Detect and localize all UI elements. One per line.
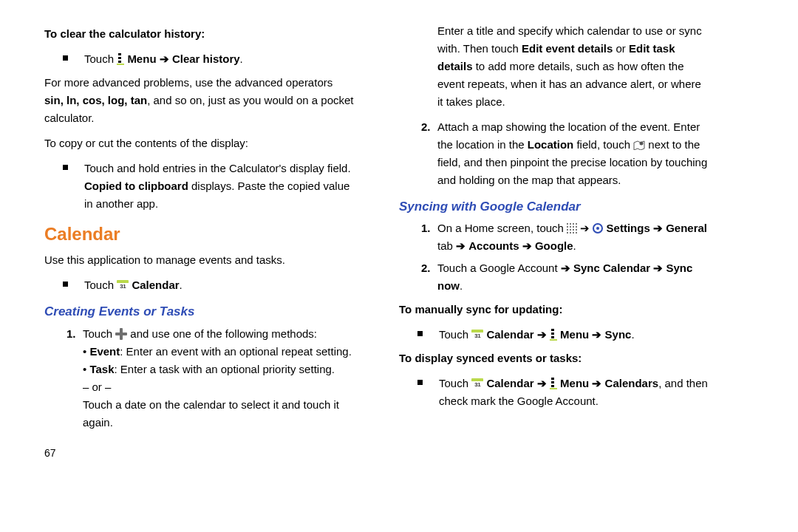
bullet-square-icon: [417, 380, 423, 385]
arrow-icon: ➔: [653, 222, 666, 234]
text: .: [631, 328, 634, 341]
creating-list: 1. Touch and use one of the following me…: [66, 325, 355, 432]
arrow-icon: ➔: [537, 328, 550, 341]
arrow-icon: ➔: [592, 328, 604, 341]
apps-grid-icon: [567, 223, 577, 233]
sync-label: Sync: [605, 328, 632, 341]
calendar-icon: [471, 330, 483, 340]
svg-point-0: [640, 142, 644, 146]
step-body: Touch and use one of the following metho…: [83, 325, 355, 432]
sub-bullet-event: • Event: Enter an event with an optional…: [83, 343, 355, 361]
list-item: 1. Touch and use one of the following me…: [66, 325, 355, 432]
menu-icon: [117, 53, 124, 65]
text: Touch and use one of the following metho…: [83, 325, 355, 343]
display-synced-step: Touch Calendar ➔ Menu ➔ Calendars, and t…: [417, 375, 709, 410]
text: Touch: [439, 377, 471, 389]
copied-label: Copied to clipboard: [84, 180, 188, 192]
text: : Enter a task with an optional priority…: [115, 363, 335, 375]
manual-sync-heading: To manually sync for updating:: [399, 301, 709, 318]
operators-list: sin, ln, cos, log, tan: [44, 94, 147, 106]
sync-calendar-label: Sync Calendar: [573, 262, 650, 274]
event-label: Event: [89, 345, 120, 358]
text: Touch: [84, 52, 117, 65]
sync-list: 1. On a Home screen, touch ➔ Settings ➔ …: [421, 219, 709, 295]
text: and use one of the following methods:: [127, 327, 317, 340]
menu-icon: [550, 378, 557, 389]
text: Copied to clipboard displays. Paste the …: [84, 177, 355, 213]
arrow-icon: ➔: [592, 377, 604, 389]
google-label: Google: [535, 239, 573, 252]
calendar-label: Calendar: [486, 328, 533, 341]
calendar-label: Calendar: [132, 279, 179, 291]
text: field, touch: [573, 138, 633, 151]
step-body: Attach a map showing the location of the…: [437, 118, 709, 189]
alternative-method: Touch a date on the calendar to select i…: [83, 396, 355, 432]
page-number: 67: [44, 445, 355, 461]
text: .: [240, 52, 243, 65]
text: .: [460, 279, 463, 292]
task-label: Task: [89, 363, 114, 375]
bullet-square-icon: [63, 55, 68, 61]
text: tab: [437, 239, 456, 252]
menu-label: Menu: [560, 328, 589, 341]
event-step-2: 2. Attach a map showing the location of …: [421, 118, 709, 189]
step-number: 2.: [421, 259, 437, 277]
arrow-icon: ➔: [519, 239, 535, 252]
text: Touch: [83, 327, 115, 340]
menu-icon: [550, 329, 557, 341]
left-column: To clear the calculator history: Touch M…: [44, 22, 355, 461]
clear-history-body: Touch Menu ➔ Clear history.: [84, 50, 355, 68]
calendar-intro: Use this application to manage events an…: [44, 251, 355, 269]
calendars-label: Calendars: [605, 377, 659, 389]
text: .: [180, 279, 183, 291]
clear-history-label: Clear history: [172, 52, 240, 65]
arrow-icon: ➔: [650, 262, 666, 274]
touch-calendar-step: Touch Calendar.: [63, 276, 355, 294]
or-divider: – or –: [83, 378, 355, 396]
arrow-icon: ➔: [580, 222, 593, 234]
text: Touch and hold entries in the Calculator…: [84, 160, 355, 177]
plus-icon: [115, 328, 127, 340]
advanced-operators-text: For more advanced problems, use the adva…: [44, 74, 355, 127]
clear-history-heading: To clear the calculator history:: [44, 25, 355, 43]
creating-heading: Creating Events or Tasks: [44, 301, 355, 321]
calendar-icon: [471, 378, 483, 389]
calendar-icon: [117, 280, 129, 290]
text: Touch a Google Account: [437, 262, 561, 274]
calendar-label: Calendar: [486, 377, 533, 389]
touch-calendar-body: Touch Calendar.: [84, 276, 355, 294]
map-pin-icon: [633, 140, 645, 150]
clear-history-step: Touch Menu ➔ Clear history.: [63, 50, 355, 68]
display-synced-body: Touch Calendar ➔ Menu ➔ Calendars, and t…: [439, 375, 709, 410]
text: or: [613, 42, 629, 55]
manual-sync-step: Touch Calendar ➔ Menu ➔ Sync.: [417, 326, 709, 344]
menu-label: Menu: [127, 52, 156, 65]
text: Touch: [439, 328, 471, 341]
step-body: On a Home screen, touch ➔ Settings ➔ Gen…: [437, 219, 709, 255]
calendar-heading: Calendar: [44, 220, 355, 248]
arrow-icon: ➔: [456, 239, 468, 252]
bullet-square-icon: [63, 165, 68, 170]
arrow-icon: ➔: [160, 52, 172, 65]
list-item: 2. Attach a map showing the location of …: [421, 118, 709, 189]
manual-sync-body: Touch Calendar ➔ Menu ➔ Sync.: [439, 326, 709, 344]
right-column: Enter a title and specify which calendar…: [399, 22, 709, 461]
copy-cut-intro: To copy or cut the contents of the displ…: [44, 134, 355, 152]
text: .: [573, 239, 576, 252]
text: Touch: [84, 279, 117, 291]
copy-step-body: Touch and hold entries in the Calculator…: [84, 160, 355, 213]
list-item: 1. On a Home screen, touch ➔ Settings ➔ …: [421, 219, 709, 255]
bullet-square-icon: [417, 331, 423, 336]
continuation-text: Enter a title and specify which calendar…: [437, 22, 709, 111]
copy-step: Touch and hold entries in the Calculator…: [63, 160, 355, 213]
menu-label: Menu: [560, 377, 589, 389]
settings-gear-icon: [593, 223, 603, 233]
list-item: 2. Touch a Google Account ➔ Sync Calenda…: [421, 259, 709, 295]
text: : Enter an event with an optional repeat…: [120, 345, 352, 358]
accounts-label: Accounts: [468, 239, 519, 252]
settings-label: Settings: [607, 222, 650, 234]
arrow-icon: ➔: [537, 377, 550, 389]
display-synced-heading: To display synced events or tasks:: [399, 349, 709, 367]
bullet-square-icon: [63, 282, 68, 287]
text: to add more details, such as how often t…: [437, 60, 701, 108]
